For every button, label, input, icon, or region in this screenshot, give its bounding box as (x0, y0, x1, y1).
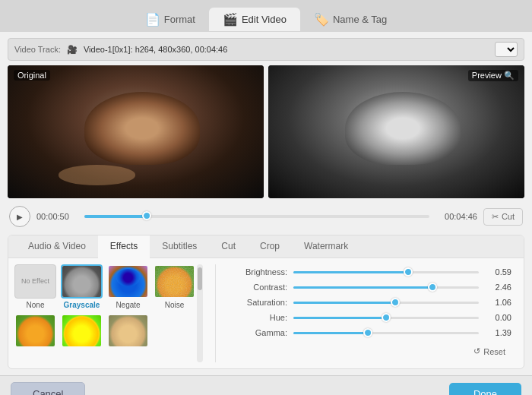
contrast-value: 2.46 (485, 283, 511, 292)
sub-tabs: Audio & Video Effects Subtitles Cut Crop… (8, 235, 524, 258)
progress-track[interactable] (84, 215, 429, 218)
effects-scroll: No Effect None Grayscale (14, 264, 203, 362)
hue-track[interactable] (293, 317, 479, 319)
flower-negate-visual (109, 266, 147, 297)
flower-row2-2-visual (62, 315, 101, 346)
progress-thumb[interactable] (142, 211, 151, 220)
saturation-value: 1.06 (485, 298, 511, 307)
effect-5[interactable] (14, 314, 56, 350)
reset-button[interactable]: ↺ Reset (467, 343, 511, 359)
action-bar: Cancel Done (0, 375, 532, 395)
playback-bar: ▶ 00:00:50 00:04:46 ✂ Cut (8, 203, 524, 230)
effects-scrollbar[interactable] (197, 264, 203, 362)
gamma-label: Gamma: (234, 328, 287, 337)
bottom-panel: Audio & Video Effects Subtitles Cut Crop… (8, 235, 524, 369)
effects-scrollbar-thumb (198, 267, 202, 290)
main-content: Video Track: 🎥 Video-1[0x1]: h264, 480x3… (0, 32, 532, 375)
contrast-row: Contrast: 2.46 (234, 283, 511, 292)
contrast-fill (293, 286, 432, 289)
scissors-icon: ✂ (492, 212, 499, 222)
sub-tab-audio-video[interactable]: Audio & Video (16, 235, 98, 258)
effect-7-thumb (107, 314, 149, 348)
preview-label: Preview 🔍 (468, 70, 518, 81)
effect-6[interactable] (61, 314, 103, 350)
contrast-thumb[interactable] (428, 283, 437, 292)
original-panel: Original (8, 65, 264, 198)
sub-tab-crop[interactable]: Crop (248, 235, 292, 258)
effects-row-2 (14, 314, 195, 350)
original-label: Original (14, 70, 50, 81)
brightness-thumb[interactable] (404, 267, 413, 276)
contrast-track[interactable] (293, 286, 479, 289)
time-current: 00:00:50 (36, 212, 78, 221)
preview-panel: Preview 🔍 (268, 65, 524, 198)
saturation-fill (293, 302, 395, 304)
effect-5-thumb (14, 314, 56, 348)
play-button[interactable]: ▶ (9, 206, 30, 227)
flower-row2-1-visual (16, 315, 55, 346)
original-video-frame (8, 65, 264, 198)
brightness-fill (293, 271, 408, 273)
flower-gray-visual (62, 266, 101, 297)
time-total: 00:04:46 (435, 212, 477, 221)
saturation-label: Saturation: (234, 298, 287, 307)
gamma-value: 1.39 (485, 328, 511, 337)
saturation-track[interactable] (293, 302, 479, 304)
gamma-row: Gamma: 1.39 (234, 328, 511, 337)
tab-format[interactable]: 📄 Format (131, 8, 209, 31)
no-effect-thumb: No Effect (14, 264, 56, 299)
brightness-label: Brightness: (234, 267, 287, 276)
gamma-thumb[interactable] (363, 328, 372, 337)
cut-label: Cut (502, 212, 515, 221)
effect-noise-thumb (154, 264, 195, 299)
effects-divider (215, 264, 216, 362)
gamma-track[interactable] (293, 332, 479, 334)
effect-none-label: None (27, 301, 45, 309)
progress-fill (84, 215, 147, 218)
hue-value: 0.00 (485, 313, 511, 322)
effect-negate-thumb (107, 264, 149, 299)
effect-grayscale[interactable]: Grayscale (61, 264, 103, 309)
edit-video-icon: 🎬 (223, 12, 238, 27)
effect-noise[interactable]: Noise (154, 264, 195, 309)
effect-none[interactable]: No Effect None (14, 264, 56, 309)
sub-tab-cut[interactable]: Cut (209, 235, 248, 258)
video-track-label: Video Track: (14, 45, 61, 54)
gamma-fill (293, 332, 368, 334)
video-track-value: Video-1[0x1]: h264, 480x360, 00:04:46 (84, 45, 489, 54)
effect-grayscale-label: Grayscale (64, 301, 100, 309)
brightness-track[interactable] (293, 271, 479, 273)
name-tag-icon: 🏷️ (314, 12, 329, 27)
brightness-value: 0.59 (485, 267, 511, 276)
hue-thumb[interactable] (382, 313, 391, 322)
hue-row: Hue: 0.00 (234, 313, 511, 322)
preview-video-frame (268, 65, 524, 198)
sub-tab-effects[interactable]: Effects (98, 235, 150, 258)
hue-fill (293, 317, 386, 319)
effect-negate[interactable]: Negate (107, 264, 149, 309)
effect-7[interactable] (107, 314, 149, 350)
brightness-row: Brightness: 0.59 (234, 267, 511, 276)
reset-label: Reset (483, 347, 505, 356)
video-panels: Original Preview 🔍 (8, 65, 524, 198)
video-track-icon: 🎥 (67, 45, 78, 55)
tab-name-tag[interactable]: 🏷️ Name & Tag (300, 8, 401, 31)
hue-label: Hue: (234, 313, 287, 322)
tab-name-tag-label: Name & Tag (333, 14, 387, 25)
effects-grid: No Effect None Grayscale (14, 264, 195, 362)
effect-negate-label: Negate (116, 301, 140, 309)
done-button[interactable]: Done (449, 383, 521, 395)
tab-format-label: Format (164, 14, 195, 25)
saturation-row: Saturation: 1.06 (234, 298, 511, 307)
tab-bar: 📄 Format 🎬 Edit Video 🏷️ Name & Tag (0, 0, 532, 32)
cut-button[interactable]: ✂ Cut (483, 208, 523, 226)
saturation-thumb[interactable] (391, 298, 400, 307)
flower-noise-visual (155, 266, 194, 297)
sub-tab-watermark[interactable]: Watermark (292, 235, 360, 258)
sub-tab-subtitles[interactable]: Subtitles (150, 235, 209, 258)
tab-edit-video[interactable]: 🎬 Edit Video (209, 8, 300, 31)
cancel-button[interactable]: Cancel (11, 382, 85, 395)
video-track-select[interactable] (495, 42, 518, 57)
effect-noise-label: Noise (165, 301, 185, 309)
flower-row2-3-visual (109, 315, 147, 346)
